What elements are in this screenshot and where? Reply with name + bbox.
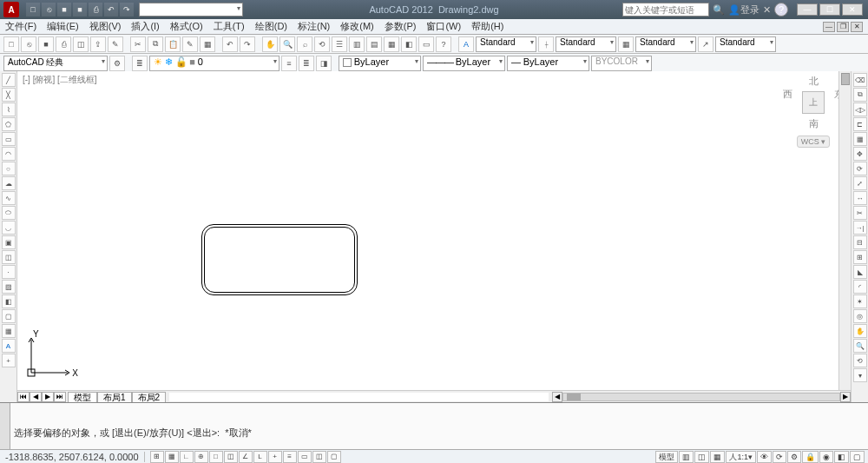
break-icon[interactable]: ⊟: [853, 235, 867, 249]
save-icon[interactable]: ■: [38, 36, 54, 52]
menu-draw[interactable]: 绘图(D): [255, 20, 287, 33]
region-icon[interactable]: ▢: [2, 309, 16, 323]
navbar-orbit-icon[interactable]: ⟲: [853, 354, 867, 367]
login-button[interactable]: 👤登录: [728, 3, 760, 17]
zoom-prev-icon[interactable]: ⟲: [314, 36, 330, 52]
coordinates-readout[interactable]: -1318.8635, 2507.6124, 0.0000: [0, 452, 145, 462]
menu-param[interactable]: 参数(P): [385, 20, 417, 33]
circle-icon[interactable]: ○: [2, 162, 16, 175]
3dosnap-toggle[interactable]: ◫: [224, 451, 238, 463]
hscroll-right-icon[interactable]: ▶: [840, 392, 851, 402]
status-grid-icon[interactable]: ▥: [679, 451, 694, 463]
ellipse-icon[interactable]: ⬭: [2, 206, 16, 220]
spline-icon[interactable]: ∿: [2, 191, 16, 205]
tab-layout1[interactable]: 布局1: [97, 392, 132, 402]
hardware-icon[interactable]: ◉: [819, 451, 833, 463]
explode-icon[interactable]: ✶: [853, 294, 867, 308]
mirror-icon[interactable]: ◁▷: [853, 103, 867, 116]
line-icon[interactable]: ╱: [2, 73, 16, 87]
doc-minimize-button[interactable]: —: [823, 22, 835, 32]
color-select[interactable]: ByLayer: [339, 56, 421, 71]
linetype-select[interactable]: ——— ByLayer: [423, 56, 505, 71]
erase-icon[interactable]: ⌫: [853, 73, 867, 87]
open-icon[interactable]: ⎋: [21, 36, 36, 52]
tab-next-icon[interactable]: ▶: [42, 392, 54, 402]
tab-prev-icon[interactable]: ◀: [30, 392, 42, 402]
extend-icon[interactable]: →|: [853, 221, 867, 235]
dyn-toggle[interactable]: +: [268, 451, 282, 463]
trim-icon[interactable]: ✂: [853, 206, 867, 220]
command-window[interactable]: 选择要偏移的对象，或 [退出(E)/放弃(U)] <退出>: *取消* 命令: …: [0, 402, 868, 449]
menu-tools[interactable]: 工具(T): [214, 20, 245, 33]
mleaderstyle-select[interactable]: Standard: [715, 36, 776, 52]
dimstyle-select[interactable]: Standard: [556, 36, 616, 52]
fillet-icon[interactable]: ◜: [853, 280, 867, 294]
gradient-icon[interactable]: ◧: [2, 294, 16, 308]
tablestyle-icon[interactable]: ▦: [618, 36, 634, 52]
mleaderstyle-icon[interactable]: ↗: [698, 36, 713, 52]
open-icon[interactable]: ⎋: [42, 3, 56, 17]
hscrollbar[interactable]: [562, 393, 840, 401]
sc-toggle[interactable]: ▢: [327, 451, 341, 463]
mtext-icon[interactable]: A: [2, 339, 16, 353]
preview-icon[interactable]: ◫: [73, 36, 89, 52]
print-icon[interactable]: ⎙: [56, 36, 71, 52]
print-icon[interactable]: ⎙: [89, 3, 102, 17]
calc-icon[interactable]: ▭: [418, 36, 434, 52]
layer-select[interactable]: ☀ ❄ 🔓 ■ 0: [149, 56, 279, 71]
xline-icon[interactable]: ╳: [2, 88, 16, 102]
plot-icon[interactable]: ✎: [108, 36, 123, 52]
layer-iso-icon[interactable]: ◨: [316, 56, 332, 71]
osnap-toggle[interactable]: □: [209, 451, 223, 463]
polar-toggle[interactable]: ⊕: [194, 451, 208, 463]
saveas-icon[interactable]: ■: [73, 3, 87, 17]
wcs-label[interactable]: WCS ▾: [797, 136, 831, 148]
exchange-icon[interactable]: ✕: [763, 4, 771, 16]
tab-layout2[interactable]: 布局2: [132, 392, 167, 402]
addsel-icon[interactable]: +: [2, 354, 16, 367]
ellipsearc-icon[interactable]: ◡: [2, 221, 16, 235]
workspace-selector[interactable]: AutoCAD 经典: [139, 3, 243, 17]
point-icon[interactable]: ·: [2, 265, 16, 279]
menu-window[interactable]: 窗口(W): [426, 20, 461, 33]
lineweight-select[interactable]: — ByLayer: [507, 56, 589, 71]
pline-icon[interactable]: ⌇: [2, 103, 16, 116]
help-icon[interactable]: ?: [436, 36, 451, 52]
menu-insert[interactable]: 插入(I): [131, 20, 159, 33]
tab-last-icon[interactable]: ⏭: [54, 392, 66, 402]
new-icon[interactable]: □: [3, 36, 19, 52]
block-icon[interactable]: ◫: [2, 250, 16, 264]
annoauto-toggle[interactable]: ⟳: [773, 451, 786, 463]
ws-switch-icon[interactable]: ⚙: [787, 451, 801, 463]
design-icon[interactable]: ▥: [349, 36, 365, 52]
copy-icon[interactable]: ⧉: [148, 36, 163, 52]
ortho-toggle[interactable]: ∟: [180, 451, 194, 463]
layer-state-icon[interactable]: ≣: [299, 56, 314, 71]
rotate-icon[interactable]: ⟳: [853, 162, 867, 175]
move-icon[interactable]: ✥: [853, 147, 867, 161]
revcloud-icon[interactable]: ☁: [2, 176, 16, 190]
dimstyle-icon[interactable]: ⟊: [538, 36, 554, 52]
isolate-icon[interactable]: ◧: [834, 451, 849, 463]
grid-toggle[interactable]: ▦: [165, 451, 179, 463]
workspace-select[interactable]: AutoCAD 经典: [3, 56, 108, 71]
status-qv-icon[interactable]: ◫: [694, 451, 709, 463]
undo-icon[interactable]: ↶: [222, 36, 238, 52]
toolbar-lock-icon[interactable]: 🔒: [802, 451, 819, 463]
table-icon[interactable]: ▦: [2, 324, 16, 338]
drawing-canvas[interactable]: [-] [俯视] [二维线框] 北 西上东 南 WCS ▾ Y X: [17, 71, 851, 390]
ducs-toggle[interactable]: L: [253, 451, 267, 463]
pan-icon[interactable]: ✋: [262, 36, 278, 52]
markup-icon[interactable]: ◧: [401, 36, 417, 52]
menu-modify[interactable]: 修改(M): [340, 20, 374, 33]
zoom-win-icon[interactable]: ⌕: [297, 36, 312, 52]
copy-icon[interactable]: ⧉: [853, 88, 867, 102]
join-icon[interactable]: ⊞: [853, 250, 867, 264]
clean-screen-icon[interactable]: ▢: [850, 451, 865, 463]
menu-format[interactable]: 格式(O): [170, 20, 203, 33]
menu-dim[interactable]: 标注(N): [298, 20, 330, 33]
qp-toggle[interactable]: ◫: [312, 451, 326, 463]
workspace-settings-icon[interactable]: ⚙: [109, 56, 125, 71]
snap-toggle[interactable]: ⊞: [150, 451, 164, 463]
navbar-show-icon[interactable]: ▾: [853, 368, 867, 382]
